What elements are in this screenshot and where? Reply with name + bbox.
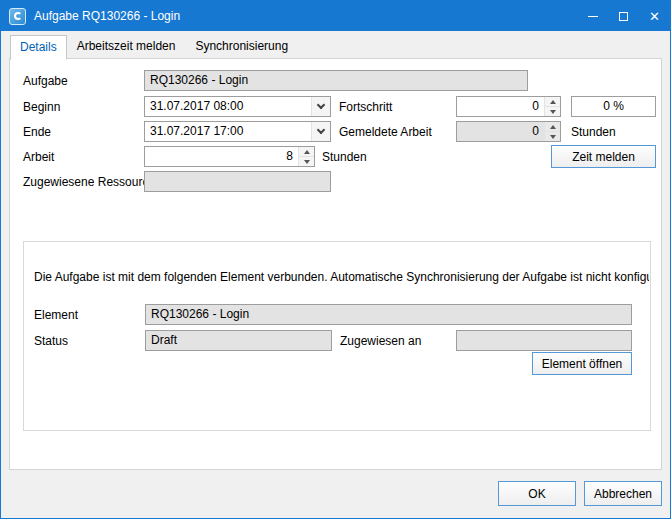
beginn-label: Beginn xyxy=(23,100,60,115)
beginn-combo[interactable]: 31.07.2017 08:00 xyxy=(144,96,331,117)
sync-groupbox: Die Aufgabe ist mit dem folgenden Elemen… xyxy=(23,241,651,431)
ende-value: 31.07.2017 17:00 xyxy=(145,122,311,141)
minimize-icon xyxy=(588,16,598,17)
arbeit-value: 8 xyxy=(145,147,298,166)
ende-label: Ende xyxy=(23,125,51,140)
tab-synchronisierung[interactable]: Synchronisierung xyxy=(185,34,298,59)
gemeldete-arbeit-spinner: 0 xyxy=(456,121,561,142)
element-oeffnen-button[interactable]: Element öffnen xyxy=(532,352,632,375)
status-label: Status xyxy=(34,334,68,349)
element-label: Element xyxy=(34,308,78,323)
arbeit-spin-up-icon[interactable] xyxy=(299,147,314,157)
element-field: RQ130266 - Login xyxy=(145,304,632,325)
fortschritt-label: Fortschritt xyxy=(339,100,392,115)
gemeldete-arbeit-spin-up-icon xyxy=(545,122,560,132)
zugewiesen-an-label: Zugewiesen an xyxy=(340,334,421,349)
arbeit-spinner[interactable]: 8 xyxy=(144,146,315,167)
window-controls: ✕ xyxy=(577,1,670,31)
aufgabe-label: Aufgabe xyxy=(23,74,68,89)
app-icon xyxy=(9,8,26,25)
app-icon-glyph xyxy=(14,12,22,20)
aufgabe-field: RQ130266 - Login xyxy=(144,70,528,91)
zugewiesene-ressource-field xyxy=(144,171,331,192)
sync-description: Die Aufgabe ist mit dem folgenden Elemen… xyxy=(34,270,649,284)
maximize-button[interactable] xyxy=(608,1,639,31)
fortschritt-spinner[interactable]: 0 xyxy=(456,96,561,117)
fortschritt-spin-up-icon[interactable] xyxy=(545,97,560,107)
ende-combo[interactable]: 31.07.2017 17:00 xyxy=(144,121,331,142)
status-field: Draft xyxy=(145,330,332,351)
beginn-value: 31.07.2017 08:00 xyxy=(145,97,311,116)
minimize-button[interactable] xyxy=(577,1,608,31)
ok-button[interactable]: OK xyxy=(498,481,576,506)
beginn-dropdown-icon[interactable] xyxy=(311,97,330,116)
zeit-melden-button[interactable]: Zeit melden xyxy=(551,145,656,168)
arbeit-unit-label: Stunden xyxy=(322,150,367,165)
details-panel: Aufgabe RQ130266 - Login Beginn 31.07.20… xyxy=(9,58,662,470)
tabstrip: Details Arbeitszeit melden Synchronisier… xyxy=(10,34,298,59)
titlebar[interactable]: Aufgabe RQ130266 - Login ✕ xyxy=(1,1,670,31)
fortschritt-spin-buttons xyxy=(544,97,560,116)
close-button[interactable]: ✕ xyxy=(639,1,670,31)
fortschritt-value: 0 xyxy=(457,97,544,116)
gemeldete-arbeit-spin-down-icon xyxy=(545,132,560,141)
ende-dropdown-icon[interactable] xyxy=(311,122,330,141)
gemeldete-arbeit-value: 0 xyxy=(457,122,544,141)
tab-arbeitszeit-melden[interactable]: Arbeitszeit melden xyxy=(67,34,186,59)
arbeit-spin-down-icon[interactable] xyxy=(299,157,314,166)
tab-details[interactable]: Details xyxy=(10,35,67,60)
arbeit-spin-buttons xyxy=(298,147,314,166)
task-dialog: Aufgabe RQ130266 - Login ✕ Details Arbei… xyxy=(0,0,671,519)
fortschritt-spin-down-icon[interactable] xyxy=(545,107,560,116)
cancel-button[interactable]: Abbrechen xyxy=(584,481,662,506)
arbeit-label: Arbeit xyxy=(23,150,54,165)
fortschritt-percent-field: 0 % xyxy=(571,96,656,117)
zugewiesen-an-field xyxy=(456,330,632,351)
gemeldete-arbeit-label: Gemeldete Arbeit xyxy=(339,125,432,140)
gemeldete-arbeit-unit-label: Stunden xyxy=(571,125,616,140)
gemeldete-arbeit-spin-buttons xyxy=(544,122,560,141)
maximize-icon xyxy=(619,12,628,21)
zugewiesene-ressource-label: Zugewiesene Ressource xyxy=(23,175,155,190)
window-title: Aufgabe RQ130266 - Login xyxy=(34,9,180,23)
